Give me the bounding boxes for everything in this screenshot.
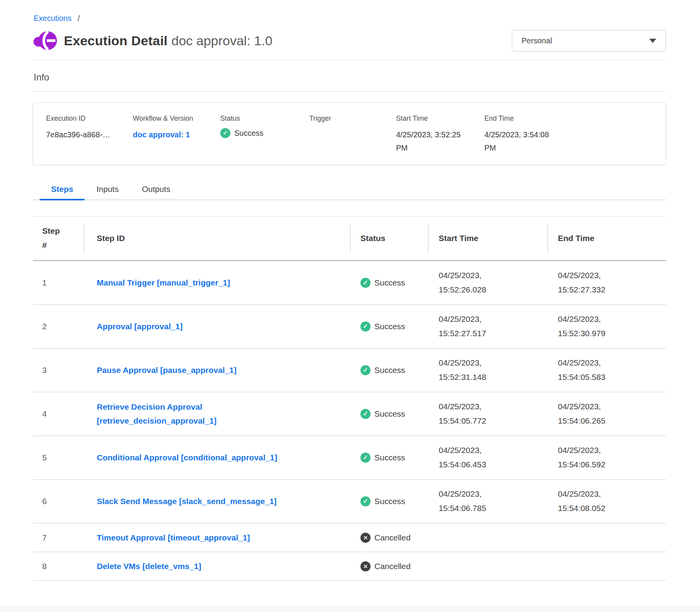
status-text: Cancelled [374, 562, 410, 571]
info-field-execution-id: Execution ID 7e8ac396-a868-… [46, 115, 133, 154]
step-id-cell: Timeout Approval [timeout_approval_1] [84, 531, 350, 545]
step-id-link[interactable]: Approval [approval_1] [97, 320, 183, 333]
step-status-cell: ✓ Success [350, 496, 429, 506]
step-end-time-cell: 04/25/2023, 15:52:30.979 [548, 312, 666, 341]
start-time-value: 4/25/2023, 3:52:25 PM [396, 128, 474, 154]
cancelled-x-icon: ✕ [360, 561, 371, 571]
breadcrumb-executions-link[interactable]: Executions [34, 14, 72, 22]
success-check-icon: ✓ [360, 278, 371, 288]
step-number-cell: 6 [33, 497, 84, 506]
table-row: 8 Delete VMs [delete_vms_1] ✕ Cancelled [33, 552, 666, 581]
end-time-label: End Time [484, 115, 562, 123]
title-row: Execution Detaildoc approval: 1.0 Person… [33, 30, 666, 51]
column-header-end-time: End Time [548, 217, 666, 260]
step-number-cell: 1 [33, 278, 84, 287]
step-end-time-cell: 04/25/2023, 15:54:05.583 [548, 356, 666, 385]
column-header-step-id: Step ID [84, 217, 350, 260]
step-id-link[interactable]: Pause Approval [pause_approval_1] [97, 363, 237, 377]
column-header-status: Status [350, 217, 429, 260]
page-title: Execution Detail [64, 33, 168, 48]
step-start-time-cell: 04/25/2023, 15:54:06.785 [429, 487, 548, 516]
page-subtitle: doc approval: 1.0 [172, 33, 273, 48]
step-end-time-cell: 04/25/2023, 15:52:27.332 [548, 268, 666, 297]
scope-dropdown[interactable]: Personal [512, 30, 666, 51]
step-start-time-cell: 04/25/2023, 15:52:26.028 [429, 268, 548, 297]
status-text: Success [374, 278, 405, 287]
table-row: 1 Manual Trigger [manual_trigger_1] ✓ Su… [33, 261, 666, 305]
step-number-cell: 3 [33, 366, 84, 375]
step-end-time-cell: 04/25/2023, 15:54:06.265 [548, 400, 666, 428]
trigger-label: Trigger [309, 115, 390, 123]
step-status-cell: ✓ Success [350, 453, 429, 463]
step-number-cell: 4 [33, 409, 84, 419]
table-row: 4 Retrieve Decision Approval [retrieve_d… [33, 392, 666, 436]
info-field-workflow: Workflow & Version doc approval: 1 [133, 115, 220, 154]
info-section-title: Info [34, 72, 666, 83]
step-id-cell: Slack Send Message [slack_send_message_1… [84, 494, 350, 508]
step-start-time-cell: 04/25/2023, 15:54:05.772 [429, 400, 548, 428]
table-row: 6 Slack Send Message [slack_send_message… [33, 480, 666, 523]
success-check-icon: ✓ [360, 496, 371, 506]
step-status-cell: ✓ Success [350, 409, 429, 419]
step-id-cell: Delete VMs [delete_vms_1] [84, 559, 350, 573]
step-id-cell: Manual Trigger [manual_trigger_1] [84, 276, 350, 290]
step-start-time-cell: 04/25/2023, 15:52:31.148 [429, 356, 548, 385]
step-id-cell: Retrieve Decision Approval [retrieve_dec… [84, 400, 350, 427]
table-row: 7 Timeout Approval [timeout_approval_1] … [33, 523, 666, 552]
step-id-link[interactable]: Conditional Approval [conditional_approv… [97, 451, 277, 465]
step-id-link[interactable]: Manual Trigger [manual_trigger_1] [97, 276, 230, 290]
steps-table: Step # Step ID Status Start Time End Tim… [33, 216, 666, 581]
execution-id-label: Execution ID [46, 115, 127, 123]
page-bottom-strip [0, 606, 700, 612]
workflow-logo-icon [33, 30, 57, 51]
status-text: Success [374, 409, 405, 419]
info-card: Execution ID 7e8ac396-a868-… Workflow & … [33, 103, 666, 165]
info-field-end-time: End Time 4/25/2023, 3:54:08 PM [484, 115, 568, 154]
steps-table-header: Step # Step ID Status Start Time End Tim… [33, 217, 666, 261]
step-status-cell: ✕ Cancelled [350, 533, 429, 543]
status-text: Cancelled [374, 533, 410, 542]
step-id-link[interactable]: Retrieve Decision Approval [retrieve_dec… [97, 400, 298, 427]
step-number-cell: 8 [33, 562, 84, 571]
info-field-trigger: Trigger [309, 115, 396, 154]
table-row: 2 Approval [approval_1] ✓ Success 04/25/… [33, 305, 666, 349]
success-check-icon: ✓ [360, 365, 371, 375]
success-check-icon: ✓ [220, 128, 230, 138]
step-status-cell: ✓ Success [350, 321, 429, 332]
info-field-start-time: Start Time 4/25/2023, 3:52:25 PM [396, 115, 484, 154]
tab-bar: Steps Inputs Outputs [33, 179, 666, 200]
column-header-start-time: Start Time [429, 217, 548, 260]
table-row: 3 Pause Approval [pause_approval_1] ✓ Su… [33, 349, 666, 392]
status-text: Success [374, 497, 405, 506]
step-id-link[interactable]: Delete VMs [delete_vms_1] [97, 559, 201, 573]
step-status-cell: ✕ Cancelled [350, 561, 429, 571]
step-start-time-cell: 04/25/2023, 15:52:27.517 [429, 312, 548, 341]
step-number-cell: 7 [33, 533, 84, 542]
cancelled-x-icon: ✕ [360, 533, 371, 543]
step-id-link[interactable]: Slack Send Message [slack_send_message_1… [97, 494, 277, 508]
workflow-label: Workflow & Version [133, 115, 214, 123]
title-divider [33, 60, 666, 60]
execution-id-value: 7e8ac396-a868-… [46, 128, 124, 141]
step-id-cell: Pause Approval [pause_approval_1] [84, 363, 350, 377]
step-end-time-cell: 04/25/2023, 15:54:08.052 [548, 487, 666, 516]
execution-detail-page: Executions / Execution Detaildoc approva… [0, 0, 700, 581]
step-status-cell: ✓ Success [350, 278, 429, 288]
success-check-icon: ✓ [360, 321, 371, 332]
step-number-cell: 2 [33, 322, 84, 331]
steps-table-body: 1 Manual Trigger [manual_trigger_1] ✓ Su… [33, 261, 666, 581]
tab-steps[interactable]: Steps [39, 179, 85, 200]
status-text: Success [374, 453, 405, 462]
step-id-cell: Approval [approval_1] [84, 320, 350, 333]
step-number-cell: 5 [33, 453, 84, 462]
tab-outputs[interactable]: Outputs [130, 179, 182, 200]
step-start-time-cell: 04/25/2023, 15:54:06.453 [429, 443, 548, 472]
column-header-step-number: Step # [33, 217, 84, 260]
tab-inputs[interactable]: Inputs [85, 179, 130, 200]
start-time-label: Start Time [396, 115, 478, 123]
step-id-link[interactable]: Timeout Approval [timeout_approval_1] [97, 531, 250, 545]
status-text: Success [374, 322, 405, 331]
scope-dropdown-value: Personal [522, 36, 552, 45]
workflow-version-link[interactable]: doc approval: 1 [133, 130, 190, 139]
success-check-icon: ✓ [360, 409, 371, 419]
